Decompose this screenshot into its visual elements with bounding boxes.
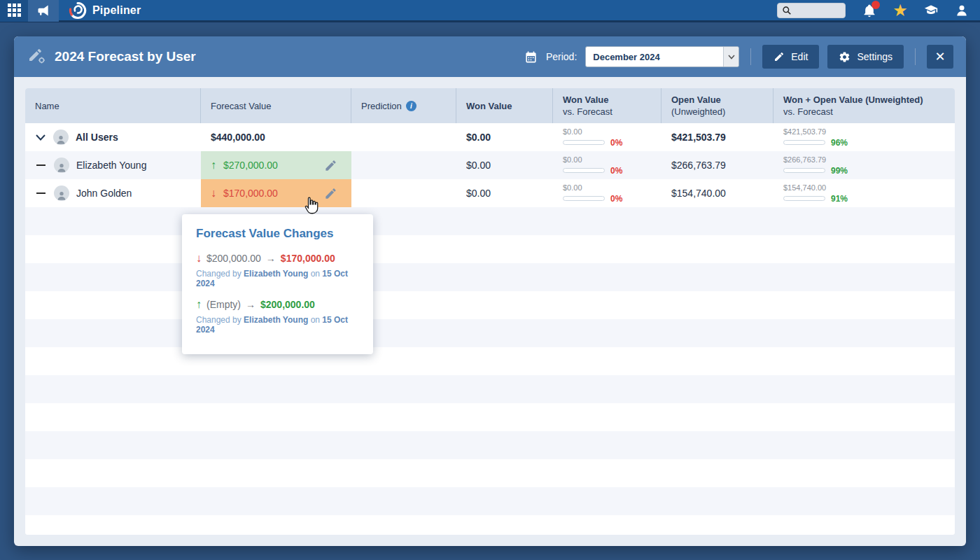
calendar-icon — [524, 50, 538, 64]
megaphone-icon — [36, 4, 50, 18]
progress-bar — [783, 168, 825, 173]
open-value-cell: $266,763.79 — [662, 151, 774, 179]
app-grid-icon — [8, 4, 21, 17]
profile-button[interactable] — [953, 2, 970, 19]
dropdown-chevron — [723, 47, 738, 66]
progress-bar — [563, 196, 605, 201]
column-header-won-open-vs-forecast: Won + Open Value (Unweighted) vs. Foreca… — [774, 88, 955, 123]
top-app-bar: Pipeliner ★ — [0, 0, 980, 22]
global-search[interactable] — [777, 3, 846, 18]
progress-bar — [783, 196, 825, 201]
column-header-won-vs-forecast: Won Value vs. Forecast — [553, 88, 662, 123]
table-row-john-golden[interactable]: John Golden ↓ $170,000.00 $0.00 — [25, 179, 955, 207]
close-button[interactable]: ✕ — [927, 45, 953, 69]
divider — [915, 48, 916, 65]
column-header-forecast-value: Forecast Value — [201, 88, 351, 123]
empty-rows-area — [25, 207, 955, 535]
won-value-cell: $0.00 — [456, 123, 553, 151]
change-byline: Changed by Elizabeth Young on 15 Oct 202… — [196, 269, 359, 288]
leaf-dash-icon — [36, 192, 46, 194]
announcements-button[interactable] — [28, 0, 59, 22]
edit-forecast-button[interactable] — [324, 159, 337, 172]
pipeliner-swoosh-icon — [69, 1, 87, 20]
won-vs-forecast-cell: $0.00 0% — [553, 151, 662, 179]
old-value: (Empty) — [206, 299, 241, 310]
search-icon — [782, 6, 792, 15]
open-value-cell: $421,503.79 — [662, 123, 774, 151]
forecast-value-cell-decrease[interactable]: ↓ $170,000.00 — [201, 179, 351, 207]
avatar — [54, 158, 69, 173]
new-value: $170,000.00 — [281, 253, 335, 264]
table-row-elizabeth-young[interactable]: Elizabeth Young ↑ $270,000.00 $0.00 — [25, 151, 955, 179]
modal-header: 2024 Forecast by User Period: December 2… — [14, 36, 966, 77]
app-launcher-button[interactable] — [0, 0, 28, 22]
won-open-vs-forecast-cell: $154,740.00 91% — [774, 179, 955, 207]
prediction-info-icon[interactable]: i — [406, 101, 416, 111]
tooltip-title: Forecast Value Changes — [196, 227, 359, 241]
gear-icon — [839, 51, 850, 63]
table-row-all-users[interactable]: All Users $440,000.00 $0.00 $0.00 0% — [25, 123, 955, 151]
prediction-cell — [351, 123, 456, 151]
prediction-cell — [351, 151, 456, 179]
to-arrow: → — [246, 299, 255, 310]
new-value: $200,000.00 — [260, 299, 315, 310]
increase-arrow-icon: ↑ — [211, 159, 216, 172]
pencil-icon — [324, 159, 337, 172]
decrease-arrow-icon: ↓ — [196, 252, 202, 265]
edit-forecast-button[interactable] — [324, 187, 337, 200]
change-byline: Changed by Elizabeth Young on 15 Oct 202… — [196, 315, 359, 335]
user-name: All Users — [76, 132, 118, 143]
won-value-cell: $0.00 — [456, 151, 553, 179]
changed-by-user: Elizabeth Young — [244, 315, 308, 325]
column-header-name: Name — [25, 88, 201, 123]
edit-button[interactable]: Edit — [762, 45, 819, 69]
table-header-row: Name Forecast Value Prediction i Won Val… — [25, 88, 955, 123]
forecast-value-cell-increase[interactable]: ↑ $270,000.00 — [201, 151, 351, 179]
graduation-cap-icon — [923, 4, 939, 18]
progress-bar — [783, 140, 825, 145]
column-header-prediction: Prediction i — [351, 88, 456, 123]
progress-bar — [563, 140, 605, 145]
settings-button[interactable]: Settings — [827, 45, 904, 69]
forecast-table: Name Forecast Value Prediction i Won Val… — [25, 88, 955, 535]
old-value: $200,000.00 — [206, 253, 261, 264]
settings-button-label: Settings — [857, 51, 892, 62]
user-name: John Golden — [76, 188, 132, 199]
forecast-value-cell[interactable]: $440,000.00 — [201, 123, 351, 151]
avatar — [54, 186, 69, 201]
report-edit-icon — [27, 46, 46, 67]
period-selected-value: December 2024 — [586, 52, 723, 62]
forecast-value-changes-tooltip: Forecast Value Changes ↓ $200,000.00 → $… — [182, 214, 373, 354]
modal-body: Name Forecast Value Prediction i Won Val… — [14, 77, 966, 546]
divider — [750, 48, 751, 65]
column-header-won-value: Won Value — [456, 88, 553, 123]
brand-name: Pipeliner — [92, 4, 141, 17]
chevron-down-icon — [728, 55, 735, 59]
close-icon: ✕ — [934, 49, 945, 64]
academy-button[interactable] — [923, 2, 939, 19]
to-arrow: → — [266, 253, 276, 264]
column-header-open-value: Open Value (Unweighted) — [662, 88, 774, 123]
period-label: Period: — [546, 51, 577, 62]
pencil-icon — [774, 51, 785, 62]
edit-button-label: Edit — [791, 51, 808, 62]
notifications-button[interactable] — [861, 2, 878, 19]
won-vs-forecast-cell: $0.00 0% — [553, 123, 662, 151]
favorites-button[interactable]: ★ — [892, 2, 909, 19]
increase-arrow-icon: ↑ — [196, 298, 202, 311]
search-input[interactable] — [792, 6, 841, 15]
won-open-vs-forecast-cell: $266,763.79 99% — [774, 151, 955, 179]
pipeliner-logo[interactable]: Pipeliner — [69, 1, 141, 20]
prediction-cell — [351, 179, 456, 207]
progress-bar — [563, 168, 605, 173]
period-dropdown[interactable]: December 2024 — [585, 46, 739, 67]
leaf-dash-icon — [36, 164, 46, 166]
change-entry: ↑ (Empty) → $200,000.00 — [196, 298, 359, 311]
open-value-cell: $154,740.00 — [662, 179, 774, 207]
won-open-vs-forecast-cell: $421,503.79 96% — [774, 123, 955, 151]
won-value-cell: $0.00 — [456, 179, 553, 207]
notification-badge — [872, 1, 880, 9]
user-icon — [955, 4, 969, 18]
expand-chevron-icon[interactable] — [35, 132, 46, 143]
changed-by-user: Elizabeth Young — [244, 269, 308, 279]
